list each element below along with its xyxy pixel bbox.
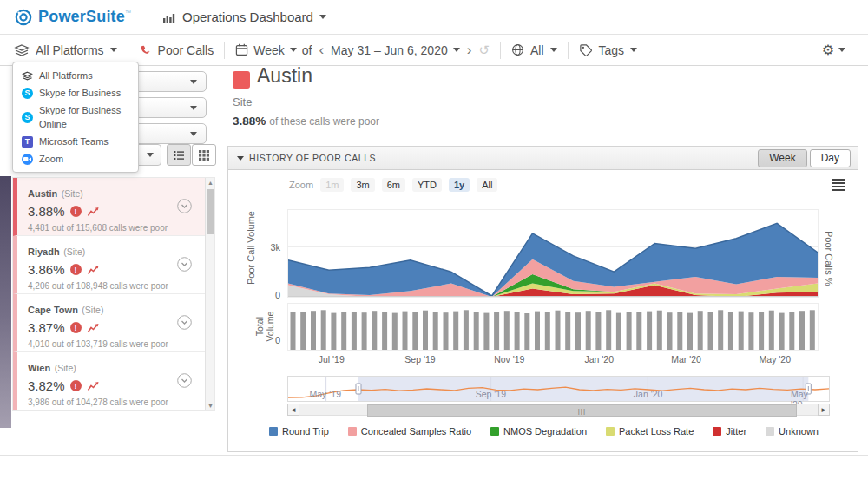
brand-name: PowerSuite bbox=[38, 8, 125, 26]
settings-dropdown[interactable]: ⚙ bbox=[822, 42, 845, 58]
chart-menu-icon[interactable] bbox=[832, 179, 845, 193]
expand-site-button[interactable] bbox=[177, 373, 192, 388]
legend-concealed-samples-ratio[interactable]: Concealed Samples Ratio bbox=[348, 426, 471, 437]
zoom-range-row: Zoom 1m 3m 6m YTD 1y All bbox=[289, 178, 497, 192]
range-navigator[interactable] bbox=[287, 376, 830, 402]
prev-period-button[interactable]: ‹ bbox=[317, 43, 326, 57]
chevron-down-icon bbox=[453, 48, 460, 52]
range-6m-button[interactable]: 6m bbox=[382, 178, 405, 192]
history-reset-button[interactable]: ↺ bbox=[478, 43, 490, 58]
volume-tick-0: 0 bbox=[263, 335, 280, 345]
list-view-button[interactable] bbox=[167, 144, 191, 166]
range-ytd-button[interactable]: YTD bbox=[412, 178, 442, 192]
site-type: (Site) bbox=[62, 188, 83, 199]
scroll-right-icon[interactable]: ► bbox=[818, 404, 830, 416]
x-label: Jul '19 bbox=[319, 354, 345, 364]
platform-menu: All Platforms S Skype for Business S Sky… bbox=[12, 62, 139, 173]
dashboard-selector[interactable]: Operations Dashboard bbox=[162, 10, 326, 24]
scrollbar-thumb[interactable]: ||| bbox=[367, 404, 798, 417]
period-dropdown[interactable]: Week bbox=[253, 43, 285, 57]
layers-icon bbox=[22, 71, 33, 81]
legend-nmos-degradation[interactable]: NMOS Degradation bbox=[490, 426, 587, 437]
next-period-button[interactable]: › bbox=[465, 43, 474, 57]
x-label: Mar '20 bbox=[671, 354, 701, 364]
scrollbar-thumb[interactable] bbox=[207, 189, 214, 234]
site-row-riyadh[interactable]: Riyadh (Site) 3.86% ! 4,206 out of 108,9… bbox=[13, 236, 214, 294]
menu-item-label: Microsoft Teams bbox=[39, 135, 108, 148]
legend-round-trip[interactable]: Round Trip bbox=[269, 426, 329, 437]
menu-item-skype-for-business[interactable]: S Skype for Business bbox=[13, 84, 138, 102]
legend-label: NMOS Degradation bbox=[503, 426, 587, 437]
site-name: Austin bbox=[28, 188, 57, 199]
alert-icon: ! bbox=[70, 206, 82, 217]
legend-swatch bbox=[766, 427, 774, 436]
site-color-swatch bbox=[233, 71, 250, 89]
site-type: (Site) bbox=[63, 246, 85, 257]
menu-item-zoom[interactable]: Zoom bbox=[13, 150, 138, 167]
scroll-left-icon[interactable]: ◄ bbox=[287, 404, 299, 416]
calendar-icon bbox=[235, 43, 248, 56]
grid-view-icon bbox=[199, 150, 209, 161]
total-volume-chart[interactable] bbox=[287, 303, 819, 351]
bar-chart-icon bbox=[162, 11, 176, 23]
summary-line: 3.88%of these calls were poor bbox=[233, 115, 379, 128]
list-scrollbar[interactable]: ▲ ▼ bbox=[205, 178, 214, 410]
tags-dropdown[interactable]: Tags bbox=[569, 43, 648, 57]
chevron-down-icon bbox=[190, 106, 197, 110]
poor-calls-toggle[interactable]: Poor Calls bbox=[128, 43, 225, 57]
day-button[interactable]: Day bbox=[810, 149, 851, 167]
scope-dropdown[interactable]: All bbox=[501, 43, 568, 57]
range-1m-button[interactable]: 1m bbox=[320, 178, 344, 192]
legend-label: Concealed Samples Ratio bbox=[361, 426, 471, 437]
legend-packet-loss-rate[interactable]: Packet Loss Rate bbox=[606, 426, 694, 437]
scroll-down-icon[interactable]: ▼ bbox=[206, 401, 215, 410]
site-row-wien[interactable]: Wien (Site) 3.82% ! 3,986 out of 104,278… bbox=[13, 352, 214, 410]
brand[interactable]: PowerSuite ™ bbox=[14, 8, 131, 27]
trend-icon bbox=[87, 265, 100, 275]
legend-label: Unknown bbox=[779, 426, 819, 437]
week-button[interactable]: Week bbox=[758, 149, 806, 167]
scroll-up-icon[interactable]: ▲ bbox=[206, 178, 215, 187]
powersuite-logo-icon bbox=[14, 8, 33, 27]
poor-calls-chart[interactable] bbox=[287, 209, 819, 298]
site-name: Riyadh bbox=[28, 246, 60, 257]
platforms-dropdown[interactable]: All Platforms bbox=[3, 43, 128, 57]
menu-item-microsoft-teams[interactable]: T Microsoft Teams bbox=[13, 133, 138, 150]
legend-swatch bbox=[606, 427, 615, 436]
x-label: May '20 bbox=[760, 354, 791, 364]
legend-label: Round Trip bbox=[282, 426, 329, 437]
date-range-dropdown[interactable]: May 31 – Jun 6, 2020 bbox=[331, 43, 448, 57]
top-bar: PowerSuite ™ Operations Dashboard bbox=[0, 0, 868, 35]
grid-view-button[interactable] bbox=[192, 144, 216, 166]
brand-trademark: ™ bbox=[125, 10, 131, 16]
teams-icon: T bbox=[22, 136, 33, 148]
legend-label: Packet Loss Rate bbox=[619, 426, 694, 437]
chart-legend: Round Trip Concealed Samples Ratio NMOS … bbox=[228, 426, 859, 437]
chevron-down-icon bbox=[290, 48, 297, 52]
expand-site-button[interactable] bbox=[177, 315, 192, 330]
site-detail: 4,010 out of 103,719 calls were poor bbox=[28, 339, 194, 349]
site-name: Cape Town bbox=[28, 305, 78, 315]
expand-site-button[interactable] bbox=[177, 257, 192, 272]
collapse-icon bbox=[237, 156, 244, 161]
legend-unknown[interactable]: Unknown bbox=[766, 426, 819, 437]
panel-collapse-toggle[interactable]: HISTORY OF POOR CALLS bbox=[237, 153, 376, 163]
site-row-austin[interactable]: Austin (Site) 3.88% ! 4,481 out of 115,6… bbox=[13, 178, 214, 236]
scrollbar-track[interactable]: ||| bbox=[299, 404, 818, 416]
expand-site-button[interactable] bbox=[177, 199, 192, 213]
menu-item-skype-for-business-online[interactable]: S Skype for Business Online bbox=[13, 102, 138, 133]
skype-icon: S bbox=[22, 112, 33, 123]
range-3m-button[interactable]: 3m bbox=[351, 178, 374, 192]
total-volume-plot-svg bbox=[288, 304, 818, 350]
skype-icon: S bbox=[22, 88, 33, 99]
range-1y-button[interactable]: 1y bbox=[449, 178, 470, 192]
legend-jitter[interactable]: Jitter bbox=[713, 426, 746, 437]
menu-item-all-platforms[interactable]: All Platforms bbox=[13, 67, 138, 84]
range-all-button[interactable]: All bbox=[477, 178, 497, 192]
layers-icon bbox=[14, 44, 30, 56]
granularity-toggle: Week Day bbox=[758, 149, 851, 167]
site-row-cape-town[interactable]: Cape Town (Site) 3.87% ! 4,010 out of 10… bbox=[13, 294, 214, 352]
legend-swatch bbox=[269, 427, 278, 436]
menu-item-label: Skype for Business bbox=[39, 86, 121, 100]
chevron-down-icon bbox=[190, 80, 197, 84]
